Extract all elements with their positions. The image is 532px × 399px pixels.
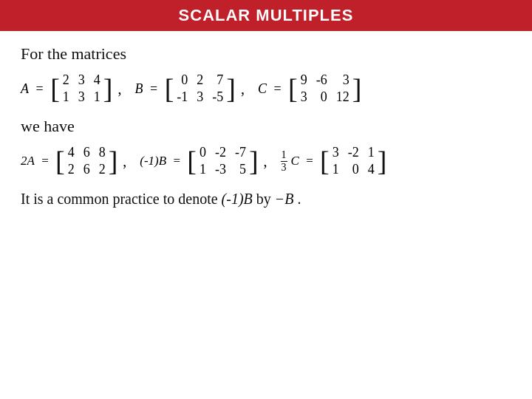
matrix-C-expr: C = [ 9-63 3012 ] (258, 71, 361, 106)
scalar-2A-wrap: [ 468 262 ] (55, 143, 117, 179)
bottom-note-by: by (256, 191, 275, 207)
content: For the matrices A = [ 234 131 ] , B = [ (0, 31, 532, 221)
matrix-C-grid: 9-63 3012 (298, 71, 352, 106)
intro-label: For the matrices (21, 44, 511, 64)
matrix-B-grid: 027 -13-5 (174, 71, 226, 106)
scalar-thirdC-expr: 1 3 C = [ 3-21 104 ] (281, 143, 387, 179)
matrix-B-label: B (134, 81, 143, 97)
scalar-negB-grid: 0-2-7 1-35 (197, 143, 249, 179)
scalar-negB-expr: (-1)B = [ 0-2-7 1-35 ] , (140, 143, 267, 179)
fraction-one-third: 1 3 (281, 149, 287, 173)
matrix-A-wrap: [ 234 131 ] (50, 71, 112, 106)
scalar-row: 2A = [ 468 262 ] , (-1)B = [ 0-2-7 1-35 (21, 143, 511, 179)
matrix-B-expr: B = [ 027 -13-5 ] , (134, 71, 244, 106)
matrix-A-grid: 234 131 (60, 71, 103, 106)
we-have-label: we have (21, 117, 511, 136)
matrix-C-wrap: [ 9-63 3012 ] (288, 71, 361, 106)
title-text: SCALAR MULTIPLES (179, 6, 354, 24)
scalar-thirdC-wrap: [ 3-21 104 ] (320, 143, 386, 179)
matrix-A-expr: A = [ 234 131 ] , (21, 71, 121, 106)
matrix-B-wrap: [ 027 -13-5 ] (165, 71, 236, 106)
scalar-2A-expr: 2A = [ 468 262 ] , (21, 143, 126, 179)
scalar-thirdC-grid: 3-21 104 (330, 143, 378, 179)
bottom-note: It is a common practice to denote (-1)B … (21, 191, 511, 208)
scalar-negB-wrap: [ 0-2-7 1-35 ] (187, 143, 258, 179)
scalar-2A-grid: 468 262 (65, 143, 109, 179)
matrix-C-label: C (258, 81, 267, 97)
bottom-note-text: It is a common practice to denote (21, 191, 222, 207)
matrices-row: A = [ 234 131 ] , B = [ 027 -13-5 (21, 71, 511, 106)
title-bar: SCALAR MULTIPLES (0, 0, 532, 31)
matrix-A-label: A (21, 81, 29, 97)
